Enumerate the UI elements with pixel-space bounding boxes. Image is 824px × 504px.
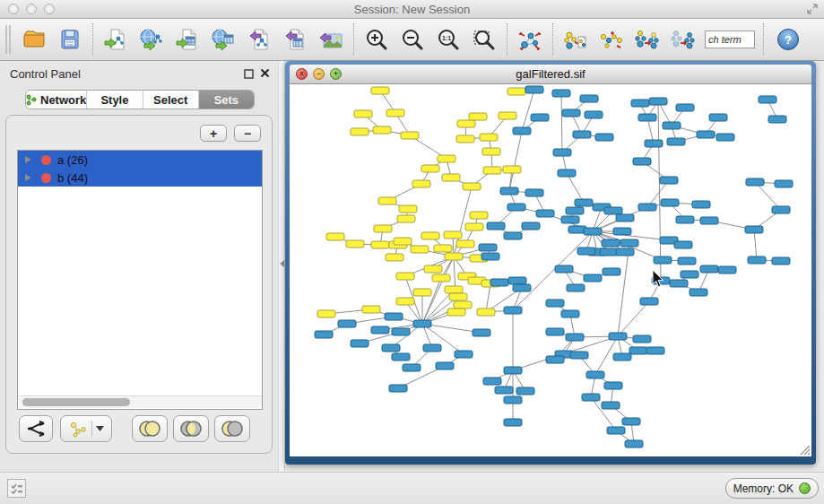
expand-arrow-icon[interactable] [25, 156, 31, 163]
graph-node [457, 120, 475, 127]
intersection-sets-button[interactable] [173, 415, 209, 442]
new-network-from-selected-button[interactable] [665, 22, 701, 57]
graph-node [447, 308, 465, 316]
new-network-selected-nodes-all-edges-icon [634, 26, 661, 53]
open-session-button[interactable] [16, 22, 52, 57]
difference-sets-button[interactable] [214, 415, 250, 442]
tab-select[interactable]: Select [143, 91, 199, 109]
graph-node [629, 347, 647, 354]
zoom-out-button[interactable] [395, 22, 430, 57]
memory-ok-indicator [799, 482, 811, 494]
zoom-in-button[interactable] [359, 22, 395, 57]
graph-node [438, 155, 455, 162]
venn-difference-icon [220, 420, 245, 438]
zoom-selected-region-button[interactable] [466, 22, 502, 57]
graph-node [394, 238, 412, 245]
new-network-from-selection-file-button[interactable] [558, 22, 594, 57]
graph-node [504, 367, 522, 374]
float-panel-icon[interactable] [244, 69, 254, 79]
window-resize-grip[interactable] [798, 443, 811, 456]
expand-arrow-icon[interactable] [25, 174, 31, 181]
graph-node [692, 201, 710, 208]
network-window-title: galFiltered.sif [290, 67, 811, 81]
memory-status-label: Memory: OK [733, 482, 794, 495]
app-titlebar[interactable]: Session: New Session [0, 0, 824, 19]
tab-style[interactable]: Style [87, 91, 143, 109]
apply-layout-button[interactable] [512, 22, 548, 57]
remove-set-button[interactable]: − [234, 125, 261, 142]
toolbar-separator [552, 23, 553, 56]
add-set-button[interactable]: + [200, 125, 227, 142]
toolbar-separator [507, 23, 507, 56]
fullscreen-icon[interactable] [806, 3, 819, 15]
venn-union-icon [137, 420, 162, 438]
set-label: a (26) [57, 153, 88, 167]
scrollbar-thumb[interactable] [22, 398, 130, 406]
network-canvas[interactable] [290, 84, 811, 456]
graph-node [382, 344, 400, 352]
import-table-web-button[interactable] [205, 22, 241, 57]
collapse-arrow-icon[interactable] [280, 260, 284, 267]
split-set-button[interactable] [19, 415, 53, 442]
graph-node [481, 253, 499, 260]
list-item-set-b[interactable]: b (44) [18, 169, 262, 187]
set-color-dot [41, 155, 51, 165]
toolbar-separator [353, 23, 354, 56]
export-image-button[interactable] [313, 22, 349, 57]
memory-status-button[interactable]: Memory: OK [725, 478, 819, 499]
graph-node [513, 284, 531, 291]
dropdown-arrow-icon[interactable] [96, 426, 104, 431]
graph-node [412, 180, 430, 187]
toolbar-drag-handle[interactable] [5, 25, 11, 54]
import-table-web-icon [211, 27, 236, 52]
graph-node [577, 248, 595, 255]
zoom-out-icon [400, 27, 425, 52]
export-network-button[interactable] [241, 22, 277, 57]
graph-node [508, 277, 526, 284]
graph-node [616, 214, 634, 222]
import-network-file-button[interactable] [98, 22, 134, 57]
graph-node [499, 112, 516, 119]
save-session-button[interactable] [52, 22, 88, 57]
graph-node [748, 256, 766, 264]
graph-node [676, 216, 694, 223]
graph-node [718, 266, 736, 274]
new-network-selected-nodes-all-edges-button[interactable] [629, 22, 665, 57]
graph-node [638, 114, 656, 121]
select-first-neighbors-button[interactable] [594, 22, 629, 57]
graph-node [620, 239, 638, 247]
task-history-button[interactable] [7, 479, 26, 498]
control-panel: Control Panel Network Style Select Sets … [0, 61, 278, 472]
graph-node [421, 165, 439, 172]
graph-node [392, 353, 410, 361]
graph-node [403, 364, 421, 371]
union-sets-button[interactable] [132, 415, 168, 442]
graph-node [490, 279, 508, 286]
zoom-1-to-1-button[interactable]: 1:1 [430, 22, 466, 57]
graph-node [465, 223, 483, 230]
create-set-from-network-button[interactable] [60, 415, 112, 442]
graph-node [454, 301, 472, 308]
close-panel-icon[interactable] [260, 68, 270, 78]
tab-network[interactable]: Network [26, 91, 87, 109]
graph-node [759, 96, 776, 103]
graph-node [396, 298, 414, 305]
graph-node [567, 284, 585, 291]
export-network-icon [247, 27, 272, 52]
search-input[interactable] [705, 30, 755, 48]
import-table-file-button[interactable] [169, 22, 205, 57]
network-desktop: × − + galFiltered.sif [285, 61, 824, 472]
help-button[interactable]: ? [777, 29, 799, 50]
horizontal-scrollbar[interactable] [19, 395, 263, 408]
graph-node [480, 134, 498, 141]
import-network-web-button[interactable] [134, 22, 169, 57]
list-item-set-a[interactable]: a (26) [18, 151, 262, 169]
network-window[interactable]: × − + galFiltered.sif [285, 61, 816, 465]
tab-sets[interactable]: Sets [199, 91, 254, 109]
graph-node [646, 347, 664, 354]
export-table-button[interactable] [277, 22, 313, 57]
graph-node [676, 104, 694, 111]
network-window-titlebar[interactable]: × − + galFiltered.sif [290, 65, 811, 84]
network-tree-icon [26, 94, 37, 106]
panel-splitter[interactable] [278, 61, 285, 472]
